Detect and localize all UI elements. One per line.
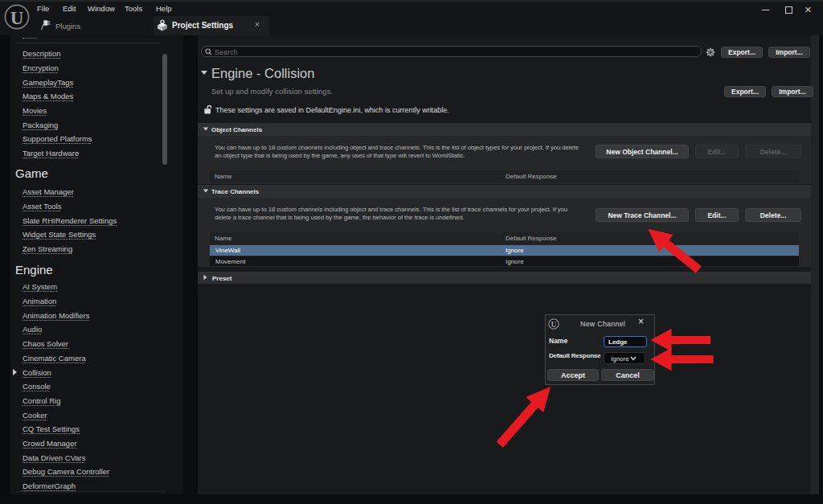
svg-text:U: U xyxy=(10,8,24,28)
svg-text:U: U xyxy=(551,320,557,329)
